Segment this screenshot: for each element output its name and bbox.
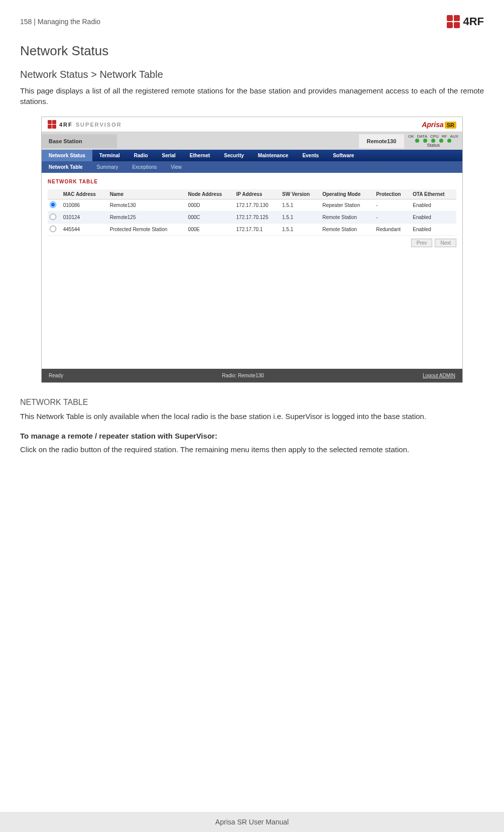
cell-mode: Remote Station [320, 212, 374, 224]
submenu-exceptions[interactable]: Exceptions [125, 161, 164, 173]
cell-mode: Remote Station [320, 224, 374, 236]
bold-text: Click on the radio button of the require… [20, 444, 484, 455]
cell-mac: 445544 [61, 224, 108, 236]
menu-serial[interactable]: Serial [155, 150, 183, 161]
led-cpu-icon [431, 139, 435, 143]
intro-paragraph: This page displays a list of all the reg… [20, 85, 484, 107]
status-label: Status [408, 143, 458, 148]
submenu: Network Table Summary Exceptions View [42, 161, 462, 173]
supervisor-logo: 4RF SUPERVISOR [48, 120, 122, 129]
col-sw: SW Version [280, 189, 320, 199]
led-rf-icon [439, 139, 443, 143]
brand-text: 4RF [463, 15, 484, 28]
remote-tab[interactable]: Remote130 [359, 134, 405, 148]
cell-ver: 1.5.1 [280, 224, 320, 236]
menu-maintenance[interactable]: Maintenance [251, 150, 296, 161]
header-page-section: 158 | Managing the Radio [20, 18, 100, 26]
col-name: Name [108, 189, 186, 199]
led-label: AUX [450, 134, 458, 139]
led-ok-icon [415, 139, 419, 143]
cell-mode: Repeater Station [320, 199, 374, 212]
menu-security[interactable]: Security [217, 150, 250, 161]
cell-node: 000D [186, 199, 234, 212]
col-ip: IP Address [234, 189, 281, 199]
row-radio[interactable] [50, 201, 56, 208]
led-label: CPU [430, 134, 439, 139]
cell-prot: - [374, 212, 411, 224]
logo-squares-icon [447, 15, 460, 28]
cell-ip: 172.17.70.130 [234, 199, 281, 212]
table-row[interactable]: 010124 Remote125 000C 172.17.70.125 1.5.… [48, 212, 456, 224]
cell-ota: Enabled [411, 212, 456, 224]
cell-prot: - [374, 199, 411, 212]
submenu-summary[interactable]: Summary [90, 161, 125, 173]
cell-prot: Redundant [374, 224, 411, 236]
network-table: MAC Address Name Node Address IP Address… [48, 189, 456, 236]
cell-mac: 010086 [61, 199, 108, 212]
page-footer: Aprisa SR User Manual [0, 812, 504, 832]
table-row[interactable]: 445544 Protected Remote Station 000E 172… [48, 224, 456, 236]
row-radio[interactable] [50, 214, 56, 220]
logo-squares-icon [48, 120, 56, 129]
submenu-network-table[interactable]: Network Table [42, 161, 90, 173]
menu-events[interactable]: Events [295, 150, 326, 161]
next-button[interactable]: Next [435, 239, 456, 247]
col-mode: Operating Mode [320, 189, 374, 199]
breadcrumb: Network Status > Network Table [20, 69, 484, 80]
bold-heading: To manage a remote / repeater station wi… [20, 432, 484, 440]
cell-name: Remote130 [108, 199, 186, 212]
cell-name: Protected Remote Station [108, 224, 186, 236]
cell-mac: 010124 [61, 212, 108, 224]
cell-ver: 1.5.1 [280, 212, 320, 224]
led-data-icon [423, 139, 427, 143]
supervisor-screenshot: 4RF SUPERVISOR AprisaSR Base Station Rem… [41, 117, 463, 383]
aprisa-logo: AprisaSR [422, 121, 456, 129]
panel-title: NETWORK TABLE [48, 179, 456, 184]
cell-ip: 172.17.70.125 [234, 212, 281, 224]
table-row[interactable]: 010086 Remote130 000D 172.17.70.130 1.5.… [48, 199, 456, 212]
led-label: DATA [417, 134, 427, 139]
cell-ota: Enabled [411, 224, 456, 236]
col-node: Node Address [186, 189, 234, 199]
prev-button[interactable]: Prev [411, 239, 433, 247]
menu-terminal[interactable]: Terminal [92, 150, 127, 161]
cell-ota: Enabled [411, 199, 456, 212]
menu-radio[interactable]: Radio [127, 150, 155, 161]
brand-logo: 4RF [447, 15, 484, 28]
led-aux-icon [447, 139, 451, 143]
cell-ver: 1.5.1 [280, 199, 320, 212]
menu-software[interactable]: Software [326, 150, 361, 161]
supervisor-label: SUPERVISOR [76, 122, 122, 128]
cell-ip: 172.17.70.1 [234, 224, 281, 236]
col-ota: OTA Ethernet [411, 189, 456, 199]
footer-status: Ready [49, 373, 63, 378]
menu-ethernet[interactable]: Ethernet [183, 150, 217, 161]
footer-radio: Radio: Remote130 [222, 373, 264, 378]
col-mac: MAC Address [61, 189, 108, 199]
logout-link[interactable]: Logout ADMIN [423, 373, 455, 378]
row-radio[interactable] [50, 226, 56, 232]
cell-node: 000E [186, 224, 234, 236]
col-prot: Protection [374, 189, 411, 199]
menu-network-status[interactable]: Network Status [42, 150, 92, 161]
col-radio [48, 189, 61, 199]
base-station-tab[interactable]: Base Station [42, 134, 117, 148]
submenu-view[interactable]: View [164, 161, 189, 173]
cell-name: Remote125 [108, 212, 186, 224]
section-text: This Network Table is only available whe… [20, 411, 484, 422]
main-menubar: Network Status Terminal Radio Serial Eth… [42, 150, 462, 161]
led-label: RF [442, 134, 447, 139]
cell-node: 000C [186, 212, 234, 224]
section-heading: NETWORK TABLE [20, 398, 484, 407]
led-label: OK [408, 134, 414, 139]
page-title: Network Status [20, 43, 484, 59]
